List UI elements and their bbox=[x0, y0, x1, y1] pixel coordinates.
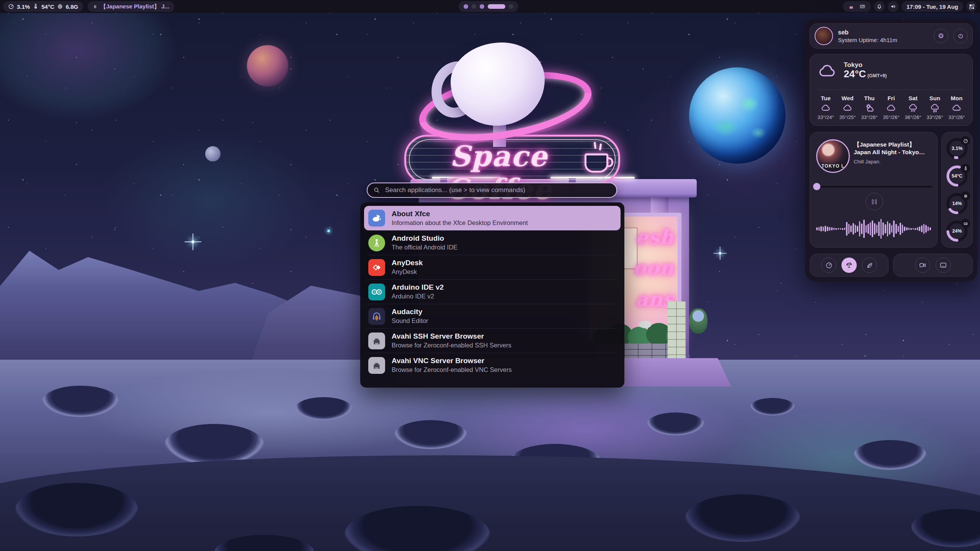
speaker-icon bbox=[890, 3, 896, 10]
forecast-day: Thu33°/26° bbox=[859, 93, 880, 122]
crater bbox=[295, 397, 352, 420]
screenshot-button[interactable] bbox=[936, 258, 951, 273]
neon-steam bbox=[599, 143, 602, 151]
app-row[interactable]: Avahi SSH Server BrowserBrowse for Zeroc… bbox=[364, 328, 621, 353]
workspace-dot-empty[interactable] bbox=[472, 4, 476, 9]
chip-icon bbox=[961, 191, 970, 201]
app-description: AnyDesk bbox=[392, 268, 423, 275]
cloud-icon bbox=[821, 103, 831, 113]
launcher-search-bar[interactable] bbox=[367, 183, 617, 198]
pause-button[interactable] bbox=[866, 193, 883, 210]
cpu-gauge: 3.1% bbox=[946, 137, 969, 160]
workspace-dot-empty[interactable] bbox=[509, 4, 513, 9]
app-name: About Xfce bbox=[392, 210, 528, 218]
temperature-gauge: 54°C bbox=[946, 165, 969, 187]
cloud-icon bbox=[886, 103, 897, 113]
screen-record-button[interactable] bbox=[915, 258, 930, 273]
system-stats-pill[interactable]: 3.1% 54°C 6.8G bbox=[3, 1, 83, 12]
progress-track[interactable] bbox=[815, 186, 932, 187]
forecast-day: Fri35°/26° bbox=[881, 93, 902, 122]
memory-usage: 6.8G bbox=[66, 3, 78, 10]
weather-temp: 24°C bbox=[844, 69, 866, 79]
avatar[interactable] bbox=[815, 27, 833, 45]
tiled-column bbox=[668, 302, 686, 362]
clock-pill[interactable]: 17:09 - Tue, 19 Aug bbox=[902, 1, 963, 12]
window-neon-text: oon bbox=[633, 258, 674, 278]
forecast-day: Sat36°/26° bbox=[903, 93, 923, 122]
image-tray-icon[interactable] bbox=[859, 3, 866, 10]
app-row[interactable]: AudacitySound Editor bbox=[364, 304, 621, 328]
user-info: seb System Uptime: 4h11m bbox=[838, 29, 929, 43]
app-name: Avahi SSH Server Browser bbox=[392, 333, 511, 341]
media-pill[interactable]: 【Japanese Playlist】 J... bbox=[88, 1, 174, 12]
performance-profile-button[interactable] bbox=[821, 258, 836, 273]
cat-tray-icon[interactable] bbox=[848, 3, 854, 10]
leaf-icon bbox=[866, 262, 873, 269]
crater bbox=[750, 398, 795, 416]
divider bbox=[817, 90, 965, 90]
top-bar-right: 17:09 - Tue, 19 Aug bbox=[843, 1, 977, 12]
app-row[interactable]: Avahi VNC Server BrowserBrowse for Zeroc… bbox=[364, 353, 621, 377]
speedometer-icon bbox=[825, 262, 833, 269]
workspace-dot-occupied[interactable] bbox=[480, 4, 484, 9]
storm-icon bbox=[930, 103, 940, 113]
capture-card bbox=[893, 254, 973, 277]
settings-button[interactable]: ⚙ bbox=[934, 29, 948, 43]
weather-header: Tokyo 24°C (GMT+9) bbox=[810, 54, 972, 79]
workspace-dots bbox=[459, 1, 518, 12]
power-saver-profile-button[interactable] bbox=[862, 258, 877, 273]
forecast-temps: 33°/24° bbox=[818, 114, 834, 120]
crater bbox=[15, 483, 138, 536]
disk-icon bbox=[961, 219, 970, 228]
power-profiles-card bbox=[810, 254, 889, 277]
track-title: 【Japanese Playlist】 Japan All Night - To… bbox=[854, 141, 933, 156]
app-description: Information about the Xfce Desktop Envir… bbox=[392, 219, 528, 226]
balanced-profile-button[interactable] bbox=[841, 258, 857, 273]
system-uptime: System Uptime: 4h11m bbox=[838, 37, 929, 43]
power-button[interactable] bbox=[953, 29, 968, 43]
workspace-dot-active[interactable] bbox=[488, 4, 505, 9]
forecast-day-label: Wed bbox=[841, 95, 853, 101]
cpu-temp: 54°C bbox=[41, 3, 54, 10]
thermometer-icon bbox=[33, 3, 39, 10]
avahi-app-icon bbox=[368, 357, 385, 374]
cyan-star bbox=[327, 230, 330, 232]
media-title: 【Japanese Playlist】 J... bbox=[100, 3, 169, 10]
top-bar-left: 3.1% 54°C 6.8G 【Japanese Playlist】 J... bbox=[3, 1, 174, 12]
crater bbox=[394, 420, 467, 449]
search-input[interactable] bbox=[384, 186, 611, 194]
volume-button[interactable] bbox=[888, 1, 898, 12]
forecast-day-label: Sat bbox=[908, 95, 917, 101]
forecast-day-label: Thu bbox=[864, 95, 875, 101]
crater bbox=[854, 440, 926, 470]
speedometer-icon bbox=[961, 136, 970, 145]
progress-knob[interactable] bbox=[813, 183, 820, 190]
user-card: seb System Uptime: 4h11m ⚙ bbox=[810, 23, 973, 49]
earth bbox=[689, 67, 786, 164]
overview-button[interactable] bbox=[966, 1, 977, 12]
album-art-caption: TOKYO L bbox=[817, 163, 849, 169]
crater bbox=[647, 412, 704, 435]
anydesk-app-icon bbox=[368, 259, 385, 276]
forecast-temps: 35°/25° bbox=[840, 114, 856, 120]
app-row[interactable]: Arduino IDE v2Arduino IDE v2 bbox=[364, 279, 621, 304]
grid-overview-icon bbox=[969, 3, 975, 10]
workspace-dot-occupied[interactable] bbox=[464, 4, 468, 9]
app-row[interactable]: Android StudioThe official Android IDE bbox=[364, 230, 621, 255]
chip-icon bbox=[57, 3, 63, 10]
app-name: Android Studio bbox=[392, 235, 457, 243]
app-name: Audacity bbox=[392, 308, 428, 316]
crater bbox=[685, 494, 800, 542]
forecast-row: Tue33°/24°Wed35°/25°Thu33°/26°Fri35°/26°… bbox=[815, 93, 967, 122]
weather-timezone: (GMT+9) bbox=[867, 73, 887, 78]
album-art[interactable]: TOKYO L bbox=[816, 139, 850, 173]
thermometer-icon bbox=[961, 164, 970, 173]
forecast-temps: 33°/26° bbox=[861, 114, 878, 120]
forecast-day: Wed35°/25° bbox=[837, 93, 858, 122]
notifications-button[interactable] bbox=[874, 1, 885, 12]
app-row[interactable]: About XfceInformation about the Xfce Des… bbox=[364, 206, 621, 230]
partly-sunny-icon bbox=[864, 103, 875, 113]
forecast-day: Mon33°/26° bbox=[946, 93, 967, 122]
app-row[interactable]: AnyDeskAnyDesk bbox=[364, 255, 621, 279]
rain-icon bbox=[908, 103, 918, 113]
